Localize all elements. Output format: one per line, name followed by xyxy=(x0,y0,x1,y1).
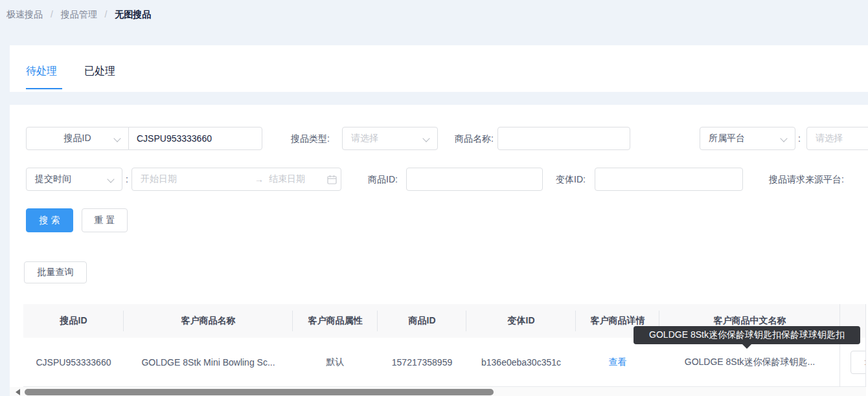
product-id-label: 商品ID: xyxy=(368,168,398,191)
chevron-down-icon xyxy=(107,175,114,182)
platform-colon: : xyxy=(796,127,803,150)
breadcrumb: 极速搜品 / 搜品管理 / 无图搜品 xyxy=(6,9,151,21)
time-field-select[interactable]: 提交时间 xyxy=(26,168,122,191)
platform-field-select[interactable]: 所属平台 xyxy=(700,127,795,150)
view-detail-link[interactable]: 查看 xyxy=(609,357,627,368)
fixed-column-border xyxy=(839,304,840,396)
calendar-icon xyxy=(327,175,337,184)
variant-id-input[interactable] xyxy=(595,168,743,191)
chevron-down-icon xyxy=(113,135,120,142)
date-range-picker[interactable]: 开始日期 → 结束日期 xyxy=(131,168,341,191)
table: 搜品ID 客户商品名称 客户商品属性 商品ID 变体ID 客户商品详情 客户商品… xyxy=(23,304,866,387)
search-id-input[interactable] xyxy=(128,127,262,150)
date-start-placeholder: 开始日期 xyxy=(132,173,249,185)
cell-variant-id: b136e0eba30c351c xyxy=(466,338,576,387)
cell-customer-product-name: GOLDGE 8Stk Mini Bowling Sc... xyxy=(124,338,293,387)
breadcrumb-separator: / xyxy=(51,9,53,19)
sourcing-type-select[interactable]: 请选择 xyxy=(342,127,438,150)
col-header-customer-product-name: 客户商品名称 xyxy=(124,304,293,338)
batch-query-button[interactable]: 批量查询 xyxy=(24,261,87,283)
cell-customer-product-attribute: 默认 xyxy=(293,338,378,387)
tab-pending[interactable]: 待处理 xyxy=(26,65,57,78)
sourcing-type-label: 搜品类型: xyxy=(291,127,330,150)
tabs-panel: 待处理 已处理 xyxy=(10,45,868,92)
table-row: CJSPU953333660 GOLDGE 8Stk Mini Bowling … xyxy=(23,338,866,387)
breadcrumb-item-sourcing-management[interactable]: 搜品管理 xyxy=(61,9,97,19)
col-header-sourcing-id: 搜品ID xyxy=(23,304,124,338)
search-field-select[interactable]: 搜品ID xyxy=(26,127,129,150)
tooltip: GOLDGE 8Stk迷你保龄球钥匙扣保龄球球钥匙扣 xyxy=(634,326,860,344)
sourcing-type-placeholder: 请选择 xyxy=(343,133,378,144)
cell-action: 录入 xyxy=(840,338,866,387)
cell-product-id: 157217358959 xyxy=(378,338,466,387)
chevron-down-icon xyxy=(780,135,787,142)
table-right-border xyxy=(865,304,866,396)
time-colon: : xyxy=(124,168,130,191)
tooltip-arrow-icon xyxy=(742,344,752,349)
date-end-placeholder: 结束日期 xyxy=(269,173,319,185)
search-field-select-value: 搜品ID xyxy=(64,133,91,144)
scrollbar-left-arrow-icon[interactable] xyxy=(16,389,20,395)
time-field-select-value: 提交时间 xyxy=(27,173,71,185)
breadcrumb-separator: / xyxy=(105,9,108,19)
horizontal-scrollbar-thumb[interactable] xyxy=(25,389,494,395)
breadcrumb-current-page: 无图搜品 xyxy=(115,9,151,19)
variant-id-label: 变体ID: xyxy=(556,168,586,191)
platform-field-select-value: 所属平台 xyxy=(700,133,745,144)
active-tab-underline xyxy=(26,88,62,89)
col-header-variant-id: 变体ID xyxy=(466,304,576,338)
chevron-down-icon xyxy=(422,135,429,142)
col-header-customer-product-attribute: 客户商品属性 xyxy=(293,304,378,338)
product-name-label: 商品名称: xyxy=(455,127,494,150)
col-header-product-id: 商品ID xyxy=(378,304,466,338)
cell-sourcing-id: CJSPU953333660 xyxy=(23,338,124,387)
product-id-input[interactable] xyxy=(406,168,543,191)
platform-value-placeholder: 请选择 xyxy=(807,133,843,144)
product-name-input[interactable] xyxy=(497,127,630,150)
date-range-arrow: → xyxy=(249,174,269,184)
tab-processed[interactable]: 已处理 xyxy=(84,65,115,78)
reset-button[interactable]: 重 置 xyxy=(82,208,128,232)
source-platform-label: 搜品请求来源平台: xyxy=(769,168,844,191)
platform-value-select[interactable]: 请选择 xyxy=(806,127,868,150)
breadcrumb-item-rapid-sourcing[interactable]: 极速搜品 xyxy=(6,9,43,19)
search-button[interactable]: 搜 索 xyxy=(26,208,73,232)
cell-detail: 查看 xyxy=(576,338,659,387)
row-action-button[interactable]: 录入 xyxy=(851,351,866,374)
